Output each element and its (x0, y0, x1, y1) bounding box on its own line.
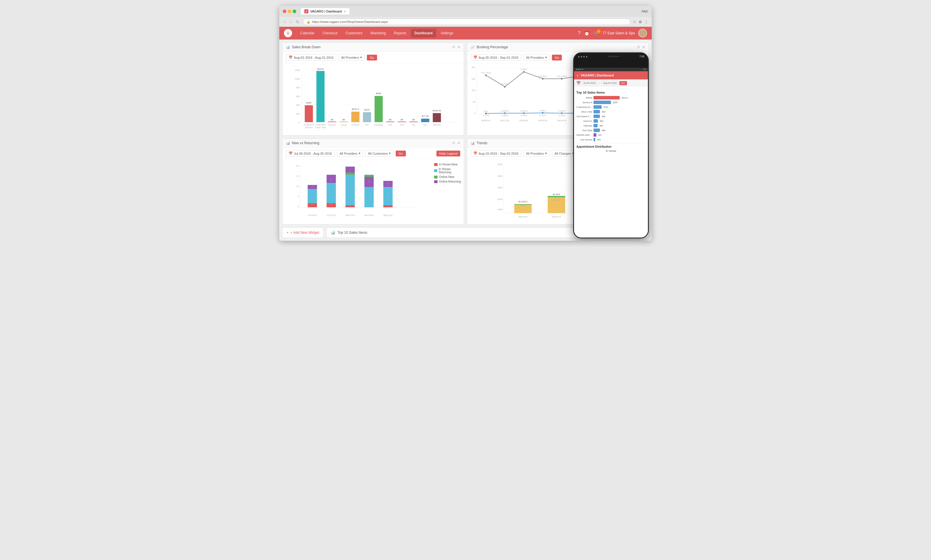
browser-tab[interactable]: V VAGARO | Dashboard ✕ (301, 8, 350, 15)
mobile-bar-value: $52 (600, 120, 603, 122)
nav-calendar[interactable]: Calendar (297, 29, 318, 37)
mobile-bar-value: $209 (613, 102, 618, 103)
extensions-icon[interactable]: ⚙ (639, 20, 642, 24)
legend-on-new: Online-New (434, 175, 461, 178)
nvr-go-button[interactable]: Go (396, 151, 406, 157)
mobile-bar-label: Service A (576, 101, 592, 104)
svg-text:IOU: IOU (400, 123, 404, 126)
svg-text:Refund: Refund (433, 123, 441, 126)
mobile-bar-www: WWW $314.5 (576, 96, 646, 100)
nav-dashboard[interactable]: Dashboard (411, 29, 436, 37)
svg-text:7: 7 (311, 198, 313, 201)
sales-breakdown-toolbar: 📅 Aug-01-2016 - Aug-31-2016 All Provider… (282, 52, 464, 63)
nvr-close-icon[interactable]: ✕ (457, 141, 460, 145)
svg-text:4: 4 (330, 178, 332, 181)
nav-checkout[interactable]: Checkout (319, 29, 341, 37)
maximize-dot[interactable] (293, 9, 296, 13)
sales-provider-select[interactable]: All Providers ▾ (338, 54, 365, 61)
svg-text:08/19/16: 08/19/16 (518, 215, 528, 218)
svg-text:Package: Package (374, 123, 384, 126)
legend-in-ret-color (434, 169, 437, 172)
booking-chevron-icon: ▾ (545, 55, 547, 59)
nvr-date-picker[interactable]: 📅 Jul-28-2016 - Aug-26-2016 (286, 150, 334, 157)
browser-nav-icons: ☆ ⚙ ⋮ (633, 20, 648, 24)
svg-text:400: 400 (296, 104, 300, 106)
booking-date-picker[interactable]: 📅 Aug-26-2016 - Sep-01-2016 (471, 54, 521, 61)
mobile-bar-fill (593, 101, 611, 104)
nav-customers[interactable]: Customers (342, 29, 366, 37)
tab-close-icon[interactable]: ✕ (344, 10, 346, 13)
sales-go-button[interactable]: Go (367, 55, 377, 60)
help-button[interactable]: ? (578, 31, 580, 36)
user-avatar[interactable] (638, 29, 647, 37)
calendar-icon: 📅 (288, 55, 293, 59)
svg-point-62 (523, 71, 524, 73)
svg-text:1: 1 (350, 205, 351, 208)
close-dot[interactable] (283, 9, 286, 13)
svg-point-76 (523, 112, 524, 114)
mobile-dist-section: Appointment Distribution (576, 143, 646, 148)
nav-reports[interactable]: Reports (390, 29, 410, 37)
svg-point-77 (542, 112, 544, 114)
svg-text:9: 9 (387, 195, 389, 197)
refresh-button[interactable]: ↻ (295, 19, 301, 25)
mobile-bar-svc-a: Service A $209 (576, 101, 646, 104)
booking-go-button[interactable]: Go (552, 55, 562, 60)
mobile-content: Top 10 Sales Items WWW $314.5 Service A (574, 87, 648, 238)
app-navbar: V Calendar Checkout Customers Marketing … (279, 27, 652, 40)
add-widget-button[interactable]: + + Add New Widget (282, 228, 324, 238)
mobile-date-from[interactable]: Jul-04-2016 (582, 81, 597, 85)
nvr-refresh-icon[interactable]: ↺ (452, 141, 455, 145)
menu-icon[interactable]: ⋮ (644, 20, 648, 24)
mobile-bar-fill (593, 115, 600, 118)
close-widget-icon[interactable]: ✕ (457, 45, 460, 49)
booking-refresh-icon[interactable]: ↺ (637, 45, 640, 49)
booking-widget-actions: ↺ ✕ (637, 45, 645, 49)
mobile-bar-label: SENIOR HAIR CUT (576, 134, 592, 136)
svg-text:$0: $0 (342, 118, 345, 121)
svg-text:Projected: Projected (304, 123, 314, 126)
svg-text:$1,059.5: $1,059.5 (518, 200, 528, 203)
booking-close-icon[interactable]: ✕ (642, 45, 645, 49)
svg-text:1: 1 (350, 172, 351, 174)
mobile-bar-fill (593, 129, 600, 132)
svg-text:$151.5: $151.5 (553, 199, 560, 202)
svg-text:Product: Product (351, 123, 359, 126)
address-bar[interactable]: 🔒 https://www.vagaro.com/ShopOwner/Dashb… (303, 18, 630, 25)
browser-nav: ‹ › ↻ 🔒 https://www.vagaro.com/ShopOwner… (279, 17, 652, 27)
mobile-back-button[interactable]: ‹ (577, 73, 578, 78)
svg-text:$192.04: $192.04 (433, 109, 441, 112)
mobile-section-title: Top 10 Sales Items (576, 91, 646, 94)
nav-settings[interactable]: Settings (437, 29, 457, 37)
cart-button[interactable]: 🛒 4 (593, 31, 599, 36)
svg-text:1000: 1000 (498, 208, 503, 211)
mobile-bar-blue-hair: Blue | Hair $80 (576, 110, 646, 113)
legend-on-new-color (434, 175, 438, 178)
trends-chart-icon: 📊 (471, 141, 475, 145)
trends-provider-select[interactable]: All Providers ▾ (523, 150, 550, 157)
mobile-phone: ▲▲▲▲ 7:02 ⊞⊞⊞ ▼ 7:02 ‹ VAGARO | Dash (573, 52, 649, 238)
booking-provider-select[interactable]: All Providers ▾ (523, 54, 550, 61)
forward-button[interactable]: › (289, 19, 293, 25)
sales-chart-svg: 1200 1000 800 600 400 200 0 $360 Proj (286, 67, 460, 131)
mobile-go-button[interactable]: GO (620, 81, 627, 85)
mobile-date-to[interactable]: Aug-04-2016 (602, 81, 618, 85)
svg-text:170.75hrs: 170.75hrs (481, 72, 491, 74)
bookmark-icon[interactable]: ☆ (633, 20, 636, 24)
svg-text:15: 15 (296, 175, 299, 177)
sales-date-picker[interactable]: 📅 Aug-01-2016 - Aug-31-2016 (286, 54, 336, 61)
booking-header: 📈 Booking Percentage ↺ ✕ (467, 43, 649, 52)
mobile-bar-fill (593, 105, 602, 109)
back-button[interactable]: ‹ (283, 19, 287, 25)
nvr-hide-legend-button[interactable]: Hide Legend (436, 151, 460, 157)
nvr-customer-select[interactable]: All Customers ▾ (365, 150, 393, 157)
refresh-widget-icon[interactable]: ↺ (452, 45, 455, 49)
phone-notch: ▲▲▲▲ 7:02 (574, 53, 648, 60)
minimize-dot[interactable] (288, 9, 291, 13)
nav-marketing[interactable]: Marketing (367, 29, 389, 37)
trends-date-picker[interactable]: 📅 Aug-19-2016 - Sep-02-2016 (471, 150, 521, 157)
nvr-provider-select[interactable]: All Providers ▾ (337, 150, 363, 157)
svg-point-63 (542, 78, 544, 80)
trends-charge-select[interactable]: All Charges ▾ (552, 150, 576, 157)
alarm-button[interactable]: ⏰ (584, 31, 590, 36)
